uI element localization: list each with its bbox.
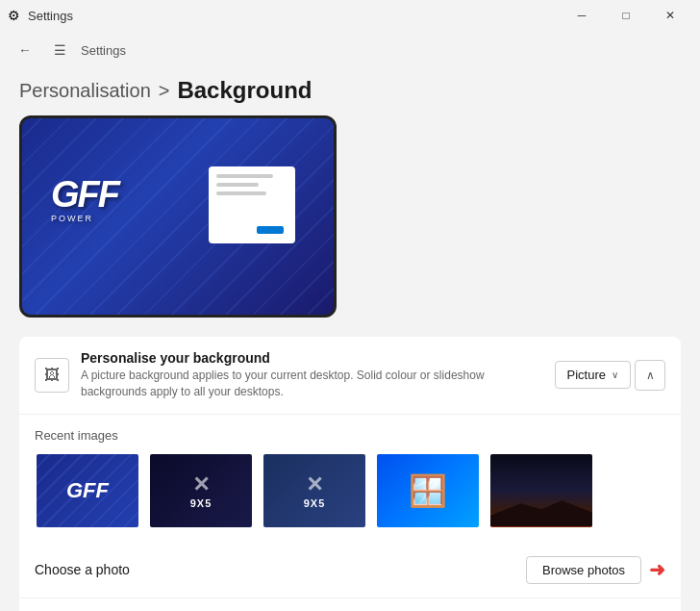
x9x5-label-1: 9X5 — [190, 497, 212, 509]
content-area: GFF POWER 🖼 Personalise your background … — [0, 115, 700, 611]
choose-photo-row: Choose a photo Browse photos ➜ — [19, 543, 681, 598]
browse-photos-button[interactable]: Browse photos — [526, 556, 641, 584]
preview-line-2 — [216, 183, 259, 187]
personalise-icon: 🖼 — [35, 358, 69, 393]
expand-button[interactable]: ∧ — [635, 360, 665, 391]
win11-preview: 🪟 — [377, 454, 479, 527]
recent-images-list: GFF ✕ 9X5 ✕ 9X5 🪟 — [35, 452, 665, 529]
background-preview: GFF POWER — [19, 115, 337, 318]
gff-preview: GFF — [37, 454, 138, 527]
recent-image-mountain[interactable] — [488, 452, 594, 529]
x9x5-blue-preview: ✕ 9X5 — [263, 454, 365, 527]
x-symbol-1: ✕ — [192, 472, 210, 497]
choose-photo-label: Choose a photo — [35, 562, 130, 577]
window-controls: ─ □ ✕ — [560, 0, 692, 31]
recent-image-gff[interactable]: GFF — [35, 452, 140, 529]
personalise-text: Personalise your background A picture ba… — [81, 350, 555, 400]
window-icon: ⚙ — [8, 8, 20, 23]
preview-screen: GFF POWER — [22, 118, 334, 315]
recent-image-win11[interactable]: 🪟 — [375, 452, 481, 529]
arrow-right-icon: ➜ — [649, 558, 665, 581]
preview-window-button — [257, 226, 284, 234]
personalise-desc: A picture background applies to your cur… — [81, 368, 485, 400]
personalise-title: Personalise your background — [81, 350, 555, 366]
recent-images-section: Recent images GFF ✕ 9X5 ✕ 9X5 — [19, 415, 681, 543]
breadcrumb-current: Background — [177, 77, 312, 104]
preview-line-1 — [216, 174, 273, 178]
navbar: ← ☰ Settings — [0, 31, 700, 69]
preview-logo-sub: POWER — [51, 215, 118, 223]
personalise-row: 🖼 Personalise your background A picture … — [19, 337, 681, 415]
personalise-controls: Picture ∨ ∧ — [555, 360, 665, 391]
breadcrumb-parent: Personalisation — [19, 80, 151, 102]
dropdown-label: Picture — [567, 368, 606, 382]
titlebar: ⚙ Settings ─ □ ✕ — [0, 0, 700, 31]
window-title: Settings — [28, 9, 73, 23]
recent-image-x9x5-blue[interactable]: ✕ 9X5 — [262, 452, 367, 529]
breadcrumb-separator: > — [159, 80, 170, 102]
background-type-dropdown[interactable]: Picture ∨ — [555, 361, 631, 389]
preview-line-3 — [216, 191, 266, 195]
recent-image-x9x5-dark[interactable]: ✕ 9X5 — [148, 452, 254, 529]
image-icon: 🖼 — [44, 367, 60, 384]
page-heading: Personalisation > Background — [0, 69, 700, 115]
gff-text: GFF — [66, 478, 109, 503]
win11-symbol: 🪟 — [409, 472, 447, 509]
close-button[interactable]: ✕ — [648, 0, 692, 31]
maximize-button[interactable]: □ — [604, 0, 648, 31]
preview-logo: GFF POWER — [51, 176, 118, 223]
chevron-down-icon: ∨ — [612, 369, 618, 380]
choose-fit-row: Choose a fit for your desktop image Fill… — [19, 598, 681, 611]
x-symbol-2: ✕ — [306, 472, 323, 497]
navbar-title: Settings — [81, 43, 126, 58]
menu-button[interactable]: ☰ — [46, 37, 73, 64]
back-button[interactable]: ← — [12, 37, 38, 64]
preview-window — [209, 166, 295, 243]
mountain-preview — [490, 454, 592, 527]
recent-images-title: Recent images — [35, 428, 665, 443]
minimize-button[interactable]: ─ — [560, 0, 604, 31]
x9x5-label-2: 9X5 — [304, 497, 326, 509]
browse-btn-wrap: Browse photos ➜ — [526, 556, 665, 584]
x9x5-dark-preview: ✕ 9X5 — [150, 454, 252, 527]
personalise-section: 🖼 Personalise your background A picture … — [19, 337, 681, 611]
